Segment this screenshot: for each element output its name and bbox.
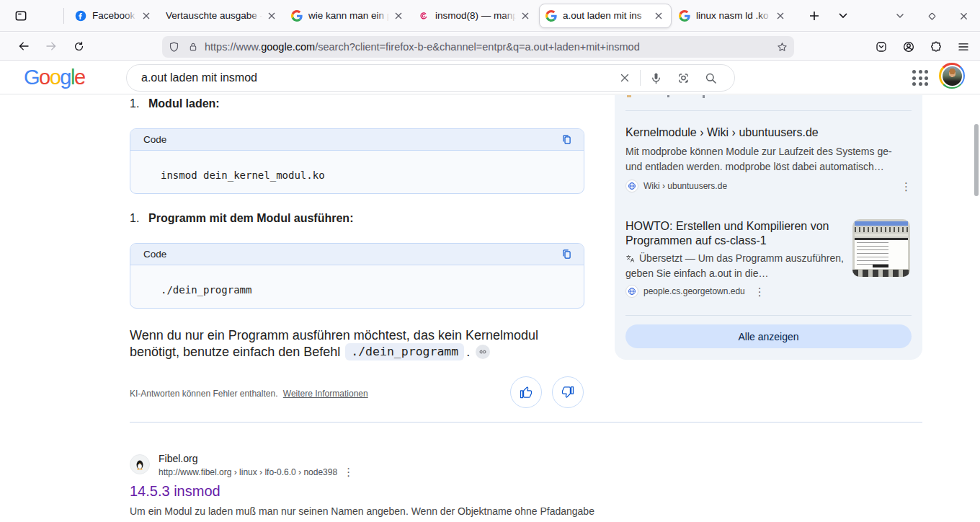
lock-icon[interactable] — [187, 41, 199, 53]
thumbs-up-icon — [519, 385, 533, 399]
account-icon — [902, 40, 915, 53]
result-thumbnail[interactable] — [852, 219, 910, 277]
source-text: Wiki › ubuntuusers.de — [643, 181, 896, 191]
clear-x-icon — [618, 71, 631, 84]
account-avatar[interactable] — [939, 63, 965, 89]
back-button[interactable] — [13, 35, 35, 57]
code-block-header: Code — [130, 129, 584, 151]
tab-wie-kann-man[interactable]: wie kann man ein p — [285, 4, 411, 28]
result-title-link[interactable]: 14.5.3 insmod — [130, 483, 220, 500]
code-text: insmod dein_kernel_modul.ko — [130, 151, 584, 181]
tux-penguin-icon — [133, 458, 146, 471]
code-text: ./dein_programm — [130, 265, 584, 296]
tab-aout-laden-active[interactable]: a.out laden mit ins — [539, 4, 672, 28]
lens-search-button[interactable] — [669, 64, 697, 92]
google-lens-icon — [677, 71, 690, 85]
logo-letter: o — [39, 66, 50, 89]
url-bar[interactable]: https://www.google.com/search?client=fir… — [162, 36, 794, 58]
sidebar-sources-card: Kernelmodule › Wiki › ubuntuusers.de Mit… — [615, 95, 922, 360]
debian-icon — [418, 10, 429, 22]
search-results-page: 1. Modul laden: Code insmod dein_kernel_… — [0, 95, 980, 522]
puzzle-icon — [930, 40, 943, 53]
tab-insmod-manpage[interactable]: insmod(8) — manp — [412, 4, 538, 28]
url-text[interactable]: https://www.google.com/search?client=fir… — [205, 41, 776, 53]
firefox-view-button[interactable] — [9, 5, 33, 27]
close-icon — [959, 12, 968, 21]
tab-close-icon[interactable] — [392, 9, 405, 22]
result-options-icon[interactable]: ⋮ — [343, 466, 354, 477]
code-block-title: Code — [143, 134, 558, 145]
sidebar-result-snippet: Übersetzt — Um das Programm auszuführen,… — [625, 251, 856, 281]
list-number: 1. — [130, 212, 148, 225]
citation-link-button[interactable] — [476, 345, 490, 359]
voice-search-button[interactable] — [642, 64, 669, 92]
reload-button[interactable] — [68, 35, 89, 57]
tab-close-icon[interactable] — [774, 9, 787, 22]
tab-facebook[interactable]: Facebook — [69, 4, 159, 28]
thumbnail-content — [855, 238, 908, 269]
thumbs-up-button[interactable] — [510, 376, 542, 408]
show-all-button[interactable]: Alle anzeigen — [625, 324, 912, 348]
sidebar-result-title[interactable]: Kernelmodule › Wiki › ubuntuusers.de — [625, 125, 819, 140]
page-scrollbar[interactable] — [974, 124, 979, 196]
result-options-icon[interactable]: ⋮ — [901, 181, 912, 192]
clipped-result-fragment — [703, 95, 705, 98]
tab-close-icon[interactable] — [140, 9, 153, 22]
account-button[interactable] — [898, 36, 919, 58]
plus-icon — [808, 10, 820, 22]
inline-code-chip: ./dein_programm — [345, 343, 464, 360]
back-icon — [17, 40, 30, 53]
globe-favicon — [625, 285, 638, 298]
result-site-name[interactable]: Fibel.org — [159, 453, 197, 464]
sidebar-divider — [625, 110, 912, 111]
more-info-link[interactable]: Weitere Informationen — [283, 389, 368, 399]
translate-icon — [625, 254, 636, 264]
list-all-tabs-button[interactable] — [832, 5, 854, 27]
result-options-icon[interactable]: ⋮ — [754, 286, 765, 297]
tab-title: linux nasm ld .ko u — [696, 10, 771, 21]
maximize-button[interactable] — [921, 5, 943, 27]
tab-title: insmod(8) — manp — [435, 10, 516, 21]
minimize-icon — [895, 11, 905, 21]
forward-button[interactable] — [40, 35, 62, 57]
search-query-text[interactable]: a.out laden mit insmod — [141, 71, 611, 84]
tab-title: Vertauschte ausgabe - — [166, 10, 262, 21]
extensions-button[interactable] — [925, 36, 947, 58]
copy-code-button[interactable] — [558, 131, 575, 149]
pocket-button[interactable] — [870, 36, 892, 58]
toolbar-right-icons — [870, 36, 974, 58]
google-logo[interactable]: Google — [24, 66, 85, 89]
firefox-tab-bar: Facebook Vertauschte ausgabe - wie kann … — [0, 0, 980, 32]
tab-vertauschte-ausgabe[interactable]: Vertauschte ausgabe - — [160, 4, 284, 28]
tab-linux-nasm[interactable]: linux nasm ld .ko u — [673, 4, 793, 28]
thumbnail-taskbar — [852, 270, 910, 277]
sidebar-result-title[interactable]: HOWTO: Erstellen und Kompilieren von Pro… — [625, 219, 849, 248]
google-apps-button[interactable] — [910, 68, 930, 88]
search-submit-button[interactable] — [697, 64, 724, 92]
thumbs-down-button[interactable] — [552, 376, 584, 408]
bookmark-star-icon[interactable] — [776, 41, 788, 53]
tab-close-icon[interactable] — [265, 9, 278, 22]
snippet-line: Übersetzt — Um das Programm auszuführen, — [639, 251, 844, 266]
searchbox-divider — [640, 70, 641, 86]
code-block-1: Code insmod dein_kernel_modul.ko — [130, 128, 584, 194]
copy-icon — [561, 248, 573, 260]
disclaimer-text: KI-Antworten können Fehler enthalten. — [130, 389, 277, 399]
tab-close-icon[interactable] — [652, 9, 665, 22]
close-window-button[interactable] — [953, 5, 974, 27]
copy-code-button[interactable] — [558, 246, 575, 263]
menu-button[interactable] — [953, 36, 974, 58]
minimize-button[interactable] — [889, 5, 911, 27]
clear-search-button[interactable] — [611, 64, 638, 92]
search-input[interactable]: a.out laden mit insmod — [126, 64, 735, 92]
tab-close-icon[interactable] — [519, 9, 532, 22]
paragraph-text: benötigt, benutze einfach den Befehl — [130, 345, 340, 360]
shield-icon[interactable] — [168, 41, 180, 53]
new-tab-button[interactable] — [803, 5, 825, 27]
clipped-result-fragment — [667, 95, 669, 97]
result-favicon — [130, 454, 150, 474]
logo-letter: o — [50, 66, 61, 89]
tab-title: wie kann man ein p — [308, 10, 389, 21]
search-icon — [704, 71, 718, 85]
ai-step-2: 1. Programm mit dem Modul ausführen: — [130, 212, 353, 225]
